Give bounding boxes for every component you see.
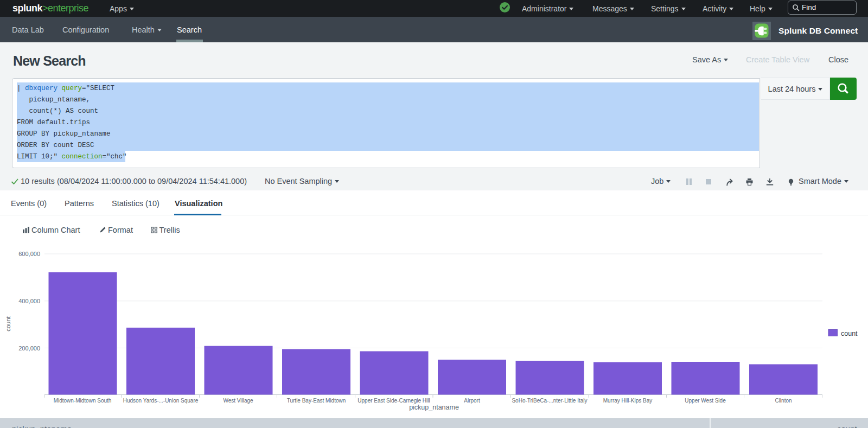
svg-text:Murray Hill-Kips Bay: Murray Hill-Kips Bay <box>603 398 653 404</box>
svg-text:Airport: Airport <box>464 398 480 404</box>
svg-text:count: count <box>841 330 858 337</box>
svg-text:Upper West Side: Upper West Side <box>685 398 726 404</box>
svg-text:Clinton: Clinton <box>775 398 792 404</box>
svg-text:pickup_ntaname: pickup_ntaname <box>409 404 459 411</box>
svg-text:Turtle Bay-East Midtown: Turtle Bay-East Midtown <box>287 398 346 404</box>
svg-text:200,000: 200,000 <box>18 345 40 352</box>
svg-text:Midtown-Midtown South: Midtown-Midtown South <box>54 398 112 404</box>
svg-text:West Village: West Village <box>223 398 253 404</box>
svg-text:400,000: 400,000 <box>18 298 40 304</box>
svg-text:Upper East Side-Carnegie Hill: Upper East Side-Carnegie Hill <box>358 398 430 404</box>
svg-text:SoHo-TriBeCa-...nter-Little It: SoHo-TriBeCa-...nter-Little Italy <box>512 398 587 404</box>
svg-text:Hudson Yards-...-Union Square: Hudson Yards-...-Union Square <box>123 398 199 404</box>
svg-text:count: count <box>5 316 11 331</box>
svg-text:600,000: 600,000 <box>18 251 40 257</box>
